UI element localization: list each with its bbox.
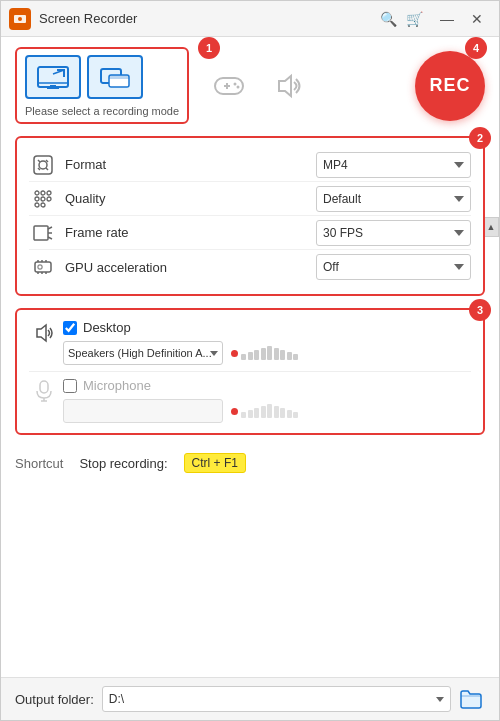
mic-device-row (63, 399, 471, 423)
output-select[interactable]: D:\ (102, 686, 451, 712)
svg-rect-16 (34, 156, 52, 174)
gpu-select[interactable]: Off On (316, 254, 471, 280)
mic-icon (29, 378, 59, 402)
gpu-icon (29, 253, 57, 281)
audio-section: 3 Desktop Sp (15, 308, 485, 435)
format-select[interactable]: MP4 AVI MOV WMV (316, 152, 471, 178)
mic-bar-5 (267, 404, 272, 418)
mic-bar-9 (293, 412, 298, 418)
svg-line-19 (46, 168, 48, 170)
mic-bar-4 (261, 406, 266, 418)
app-window: Screen Recorder 🔍 🛒 — ✕ ▲ 1 (0, 0, 500, 721)
mic-bar-2 (248, 410, 253, 418)
badge-2: 2 (469, 127, 491, 149)
vol-bar-2 (248, 352, 253, 360)
svg-point-22 (35, 191, 39, 195)
microphone-checkbox[interactable] (63, 379, 77, 393)
framerate-row: Frame rate 30 FPS 15 FPS 60 FPS (29, 216, 471, 250)
mic-label-row: Microphone (63, 378, 471, 393)
badge-1: 1 (198, 37, 220, 59)
mic-volume-dot (231, 408, 238, 415)
svg-rect-43 (40, 381, 48, 393)
badge-4: 4 (465, 37, 487, 59)
vol-bar-3 (254, 350, 259, 360)
microphone-label: Microphone (83, 378, 151, 393)
shortcut-label: Shortcut (15, 456, 63, 471)
desktop-volume-indicator (231, 346, 298, 360)
stop-recording-label: Stop recording: (79, 456, 167, 471)
svg-point-26 (47, 191, 51, 195)
gpu-label: GPU acceleration (65, 260, 316, 275)
mode-hint-text: Please select a recording mode (25, 105, 179, 117)
app-icon (9, 8, 31, 30)
mode-buttons-row (25, 55, 179, 99)
speaker-small-icon (33, 322, 55, 344)
format-row: Format MP4 AVI MOV WMV (29, 148, 471, 182)
framerate-select[interactable]: 30 FPS 15 FPS 60 FPS (316, 220, 471, 246)
svg-point-25 (41, 197, 45, 201)
speaker-select[interactable]: Speakers (High Definition A... (63, 341, 223, 365)
window-icon (99, 65, 131, 89)
svg-point-28 (35, 203, 39, 207)
svg-marker-42 (37, 325, 46, 341)
minimize-button[interactable]: — (433, 7, 461, 31)
desktop-checkbox[interactable] (63, 321, 77, 335)
quality-icon (29, 185, 57, 213)
shortcut-key: Ctrl + F1 (184, 453, 246, 473)
gpu-row: GPU acceleration Off On (29, 250, 471, 284)
microphone-select[interactable] (63, 399, 223, 423)
shortcut-row: Shortcut Stop recording: Ctrl + F1 (15, 447, 485, 479)
search-button[interactable]: 🔍 (377, 8, 399, 30)
browse-folder-button[interactable] (457, 686, 485, 712)
svg-point-24 (35, 197, 39, 201)
audio-divider (29, 371, 471, 372)
gpu-icon-svg (32, 256, 54, 278)
svg-point-14 (237, 85, 240, 88)
framerate-icon (29, 219, 57, 247)
scroll-up-arrow[interactable]: ▲ (483, 217, 499, 237)
output-label: Output folder: (15, 692, 94, 707)
output-row: Output folder: D:\ (1, 677, 499, 720)
close-button[interactable]: ✕ (463, 7, 491, 31)
vol-bar-5 (267, 346, 272, 360)
vol-bar-6 (274, 348, 279, 360)
cart-button[interactable]: 🛒 (403, 8, 425, 30)
framerate-icon-svg (32, 222, 54, 244)
desktop-audio-controls: Desktop Speakers (High Definition A... (63, 320, 471, 365)
quality-icon-svg (32, 188, 54, 210)
main-content: ▲ 1 (1, 37, 499, 677)
mic-bar-3 (254, 408, 259, 418)
svg-line-18 (38, 160, 40, 162)
svg-point-1 (18, 17, 22, 21)
settings-section: 2 Format MP4 AVI MOV (15, 136, 485, 296)
game-mode-button[interactable] (201, 58, 257, 114)
audio-mode-button[interactable] (265, 58, 313, 114)
microphone-row: Microphone (29, 378, 471, 423)
mic-volume-indicator (231, 404, 298, 418)
desktop-audio-row: Desktop Speakers (High Definition A... (29, 320, 471, 365)
quality-select[interactable]: Default High Medium Low (316, 186, 471, 212)
volume-dot (231, 350, 238, 357)
app-title: Screen Recorder (39, 11, 377, 26)
title-bar: Screen Recorder 🔍 🛒 — ✕ (1, 1, 499, 37)
rec-button[interactable]: REC (415, 51, 485, 121)
mic-bar-8 (287, 410, 292, 418)
window-controls: — ✕ (433, 7, 491, 31)
app-icon-svg (13, 12, 27, 26)
vol-bar-8 (287, 352, 292, 360)
vol-bar-1 (241, 354, 246, 360)
desktop-label: Desktop (83, 320, 131, 335)
vol-bar-7 (280, 350, 285, 360)
svg-rect-34 (35, 262, 51, 272)
format-icon (29, 151, 57, 179)
mode-select-box: Please select a recording mode (15, 47, 189, 124)
badge-3: 3 (469, 299, 491, 321)
svg-marker-15 (279, 76, 291, 96)
window-mode-button[interactable] (87, 55, 143, 99)
svg-point-17 (39, 161, 47, 169)
fullscreen-mode-button[interactable] (25, 55, 81, 99)
vol-bar-4 (261, 348, 266, 360)
quality-label: Quality (65, 191, 316, 206)
microphone-controls: Microphone (63, 378, 471, 423)
vol-bar-9 (293, 354, 298, 360)
